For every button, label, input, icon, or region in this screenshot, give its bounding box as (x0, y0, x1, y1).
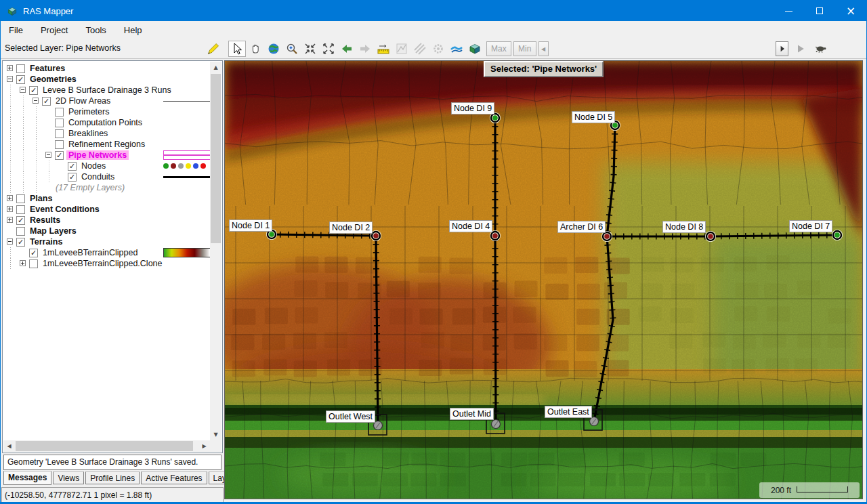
min-button[interactable]: Min (513, 41, 536, 56)
layer-checkbox[interactable] (16, 205, 25, 214)
tree-item-results[interactable]: ✓Results (3, 215, 210, 226)
tree-item-pipe-networks[interactable]: ✓Pipe Networks (3, 150, 210, 161)
tree-item-levee-b-surface-drainage-3-runs[interactable]: ✓Levee B Surface Drainage 3 Runs (3, 85, 210, 96)
maximize-button[interactable] (804, 1, 835, 21)
vertical-scroll-thumb[interactable] (211, 74, 221, 243)
map-node-outlet-mid[interactable] (492, 420, 501, 429)
layer-checkbox[interactable] (29, 259, 38, 268)
settings-tool-button[interactable] (429, 41, 447, 57)
collapse-icon[interactable] (6, 236, 15, 247)
tree-horizontal-scrollbar[interactable]: ◀ ▶ (3, 440, 210, 452)
layer-checkbox[interactable]: ✓ (16, 75, 25, 84)
zoom-window-button[interactable] (301, 41, 319, 57)
tree-item-computation-points[interactable]: Computation Points (3, 117, 210, 128)
animation-speed-button[interactable] (813, 41, 829, 57)
layer-checkbox[interactable]: ✓ (68, 162, 77, 171)
tab-active-features[interactable]: Active Features (141, 471, 207, 484)
tree-item-1mleveebterrainclipped[interactable]: ✓1mLeveeBTerrainClipped (3, 247, 210, 258)
layer-checkbox[interactable]: ✓ (68, 173, 77, 182)
menu-help[interactable]: Help (124, 25, 142, 35)
tree-item-nodes[interactable]: ✓Nodes (3, 161, 210, 171)
collapse-icon[interactable] (19, 85, 28, 96)
map-canvas[interactable]: Node DI 9Node DI 5Node DI 1Node DI 2Node… (224, 60, 863, 499)
step-forward-button[interactable] (776, 41, 788, 56)
pan-tool-button[interactable] (247, 41, 264, 57)
map-label-archer-di-6[interactable]: Archer DI 6 (557, 221, 606, 233)
tree-item-terrains[interactable]: ✓Terrains (3, 236, 210, 247)
tree-vertical-scrollbar[interactable]: ▲ ▼ (210, 62, 221, 440)
map-node-node-di-8[interactable] (705, 231, 716, 242)
map-label-node-di-8[interactable]: Node DI 8 (662, 221, 706, 233)
layer-checkbox[interactable]: ✓ (29, 249, 38, 257)
map-label-outlet-east[interactable]: Outlet East (545, 406, 592, 418)
tab-views[interactable]: Views (53, 471, 84, 484)
minimize-button[interactable] (773, 1, 804, 21)
menu-project[interactable]: Project (41, 25, 68, 35)
expand-icon[interactable] (19, 258, 28, 269)
full-extent-button[interactable] (320, 41, 337, 57)
conduit[interactable] (272, 234, 376, 236)
map-label-outlet-west[interactable]: Outlet West (326, 411, 375, 423)
tree-item-refinement-regions[interactable]: Refinement Regions (3, 139, 210, 150)
menu-tools[interactable]: Tools (85, 25, 106, 35)
conduit[interactable] (495, 118, 496, 424)
coverage-button[interactable] (411, 41, 429, 57)
zoom-extents-button[interactable] (265, 41, 282, 57)
play-animation-button[interactable] (792, 41, 809, 57)
message-list[interactable]: Geometry 'Levee B Surface Drainage 3 Run… (3, 455, 221, 470)
layer-checkbox[interactable]: ✓ (29, 86, 38, 95)
tree-item-features[interactable]: Features (3, 63, 210, 74)
horizontal-scroll-thumb[interactable] (16, 441, 193, 451)
collapse-icon[interactable] (6, 74, 15, 85)
tree-item-perimeters[interactable]: Perimeters (3, 106, 210, 117)
collapse-icon[interactable] (32, 96, 41, 106)
collapse-toolbar-button[interactable]: ◀ (538, 41, 549, 56)
tree-item-plans[interactable]: Plans (3, 193, 210, 204)
layer-checkbox[interactable] (16, 194, 25, 203)
layer-checkbox[interactable]: ✓ (42, 97, 51, 106)
scroll-left-icon[interactable]: ◀ (3, 440, 15, 452)
map-label-outlet-mid[interactable]: Outlet Mid (450, 408, 494, 420)
zoom-in-button[interactable] (283, 41, 301, 57)
max-button[interactable]: Max (486, 41, 511, 56)
layer-checkbox[interactable] (55, 129, 64, 138)
layer-checkbox[interactable] (55, 140, 64, 149)
map-label-node-di-4[interactable]: Node DI 4 (449, 220, 492, 232)
tab-profile-lines[interactable]: Profile Lines (85, 471, 140, 484)
layer-checkbox[interactable] (55, 119, 64, 127)
scroll-up-icon[interactable]: ▲ (210, 62, 221, 73)
layer-checkbox[interactable]: ✓ (55, 151, 64, 160)
map-label-node-di-7[interactable]: Node DI 7 (789, 220, 832, 232)
tree-item-1mleveebterrainclipped-clone[interactable]: 1mLeveeBTerrainClipped.Clone (3, 258, 210, 269)
layer-checkbox[interactable]: ✓ (16, 216, 25, 225)
scroll-down-icon[interactable]: ▼ (210, 429, 221, 440)
scroll-right-icon[interactable]: ▶ (198, 440, 210, 452)
tree-item-17-empty-layers[interactable]: (17 Empty Layers) (3, 182, 210, 193)
tree-item-map-layers[interactable]: Map Layers (3, 226, 210, 236)
tree-item-event-conditions[interactable]: Event Conditions (3, 204, 210, 215)
expand-icon[interactable] (6, 63, 15, 74)
layer-checkbox[interactable]: ✓ (16, 238, 25, 247)
tree-item-geometries[interactable]: ✓Geometries (3, 74, 210, 85)
map-label-node-di-9[interactable]: Node DI 9 (451, 102, 494, 114)
tree-item-conduits[interactable]: ✓Conduits (3, 171, 210, 182)
tree-item-2d-flow-areas[interactable]: ✓2D Flow Areas (3, 96, 210, 106)
zoom-next-button[interactable] (356, 41, 374, 57)
expand-icon[interactable] (6, 215, 15, 226)
zoom-previous-button[interactable] (338, 41, 356, 57)
expand-icon[interactable] (6, 193, 15, 204)
layer-checkbox[interactable] (16, 227, 25, 236)
map-label-node-di-1[interactable]: Node DI 1 (229, 219, 272, 232)
tree-item-breaklines[interactable]: Breaklines (3, 128, 210, 139)
tab-messages[interactable]: Messages (3, 471, 51, 485)
close-button[interactable]: × (835, 1, 866, 21)
profile-lines-button[interactable] (393, 41, 410, 57)
layer-checkbox[interactable] (55, 108, 64, 117)
edit-pencil-icon[interactable] (206, 41, 221, 56)
map-label-node-di-2[interactable]: Node DI 2 (329, 222, 373, 234)
measure-tool-button[interactable] (375, 41, 392, 57)
3d-viewer-button[interactable] (466, 41, 484, 57)
map-node-node-di-7[interactable] (832, 230, 843, 240)
map-label-node-di-5[interactable]: Node DI 5 (572, 111, 615, 123)
map-node-outlet-east[interactable] (590, 417, 599, 426)
